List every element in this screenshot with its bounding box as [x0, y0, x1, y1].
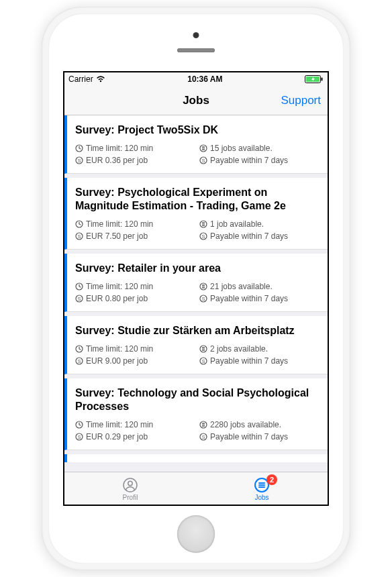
job-title: Survey: Retailer in your area	[75, 262, 320, 275]
hash-icon	[199, 345, 207, 353]
tab-bar: Profil 2 Jobs	[64, 472, 328, 505]
svg-point-16	[200, 283, 207, 290]
jobs-available: 15 jobs available.	[199, 144, 320, 153]
currency-icon: S	[199, 156, 207, 164]
tab-label: Jobs	[254, 494, 268, 501]
time-limit: Time limit: 120 min	[75, 420, 195, 429]
battery-icon	[305, 75, 324, 83]
job-meta-grid: Time limit: 120 min 2 jobs available. SE…	[75, 344, 320, 366]
wifi-icon	[96, 76, 105, 83]
status-bar: Carrier 10:36 AM	[64, 72, 328, 86]
clock-icon	[75, 220, 83, 228]
job-title: Survey: Psychological Experiment on Magn…	[75, 186, 320, 213]
currency-icon: S	[75, 295, 83, 303]
clock-icon	[75, 282, 83, 291]
job-card-partial[interactable]	[64, 454, 328, 462]
navigation-bar: Jobs Support	[64, 86, 328, 115]
jobs-available: 21 jobs available.	[199, 282, 320, 291]
hash-icon	[199, 282, 207, 291]
svg-text:S: S	[202, 297, 205, 301]
svg-text:S: S	[202, 234, 205, 239]
svg-text:S: S	[202, 435, 205, 439]
svg-point-34	[128, 481, 132, 485]
pay-per-job: SEUR 0.29 per job	[75, 432, 195, 441]
tab-jobs[interactable]: 2 Jobs	[196, 472, 328, 505]
tab-badge: 2	[266, 474, 277, 485]
phone-speaker	[177, 48, 215, 52]
currency-icon: S	[199, 232, 207, 240]
pay-per-job: SEUR 7.50 per job	[75, 231, 195, 241]
payable-within: SPayable within 7 days	[199, 231, 320, 241]
currency-icon: S	[75, 433, 83, 441]
job-meta-grid: Time limit: 120 min 15 jobs available. S…	[75, 144, 320, 165]
currency-icon: S	[75, 357, 83, 365]
status-bar-left: Carrier	[68, 74, 105, 84]
clock-icon	[75, 421, 83, 429]
phone-screen: Carrier 10:36 AM	[63, 71, 329, 506]
svg-rect-2	[321, 78, 322, 81]
job-title: Survey: Project Two5Six DK	[75, 123, 320, 137]
status-bar-right	[305, 75, 324, 83]
currency-icon: S	[199, 357, 207, 365]
svg-text:S: S	[78, 234, 81, 239]
time-limit: Time limit: 120 min	[75, 344, 195, 354]
job-card[interactable]: Survey: Psychological Experiment on Magn…	[64, 178, 328, 250]
tab-profile[interactable]: Profil	[64, 472, 196, 505]
hash-icon	[199, 220, 207, 228]
payable-within: SPayable within 7 days	[199, 432, 320, 441]
svg-text:S: S	[202, 158, 205, 163]
svg-point-10	[200, 221, 207, 227]
svg-point-22	[200, 346, 207, 352]
profile-icon	[121, 476, 139, 494]
page-title: Jobs	[183, 94, 209, 107]
svg-text:S: S	[78, 158, 81, 163]
pay-per-job: SEUR 0.36 per job	[75, 156, 195, 165]
phone-camera-dot	[193, 32, 199, 38]
jobs-available: 2280 jobs available.	[199, 420, 320, 429]
status-bar-time: 10:36 AM	[187, 74, 222, 84]
job-meta-grid: Time limit: 120 min 1 job available. SEU…	[75, 219, 320, 241]
job-card[interactable]: Survey: Studie zur Stärken am Arbeitspla…	[64, 316, 328, 374]
svg-text:S: S	[202, 359, 205, 364]
svg-text:S: S	[78, 359, 81, 364]
jobs-available: 2 jobs available.	[199, 344, 320, 354]
job-card[interactable]: Survey: Retailer in your area Time limit…	[64, 254, 328, 312]
currency-icon: S	[199, 433, 207, 441]
hash-icon	[199, 144, 207, 152]
tab-label: Profil	[123, 494, 138, 501]
svg-text:S: S	[78, 297, 81, 301]
phone-device-inner: Carrier 10:36 AM	[48, 13, 344, 564]
phone-device-frame: Carrier 10:36 AM	[42, 7, 350, 570]
time-limit: Time limit: 120 min	[75, 219, 195, 229]
time-limit: Time limit: 120 min	[75, 282, 195, 291]
clock-icon	[75, 345, 83, 353]
time-limit: Time limit: 120 min	[75, 144, 195, 153]
currency-icon: S	[199, 295, 207, 303]
carrier-label: Carrier	[68, 74, 93, 84]
currency-icon: S	[75, 232, 83, 240]
support-button[interactable]: Support	[281, 94, 321, 107]
payable-within: SPayable within 7 days	[199, 356, 320, 366]
svg-point-4	[200, 145, 207, 152]
jobs-list[interactable]: Survey: Project Two5Six DK Time limit: 1…	[64, 115, 328, 472]
currency-icon: S	[75, 156, 83, 164]
pay-per-job: SEUR 0.80 per job	[75, 294, 195, 303]
job-meta-grid: Time limit: 120 min 2280 jobs available.…	[75, 420, 320, 441]
job-card[interactable]: Survey: Technology and Social Psychologi…	[64, 378, 328, 450]
svg-point-28	[200, 421, 207, 428]
pay-per-job: SEUR 9.00 per job	[75, 356, 195, 366]
hash-icon	[199, 421, 207, 429]
clock-icon	[75, 144, 83, 152]
payable-within: SPayable within 7 days	[199, 294, 320, 303]
job-card[interactable]: Survey: Project Two5Six DK Time limit: 1…	[64, 115, 328, 174]
jobs-available: 1 job available.	[199, 219, 320, 229]
job-meta-grid: Time limit: 120 min 21 jobs available. S…	[75, 282, 320, 303]
svg-text:S: S	[78, 435, 81, 439]
payable-within: SPayable within 7 days	[199, 156, 320, 165]
job-title: Survey: Studie zur Stärken am Arbeitspla…	[75, 324, 320, 337]
home-button[interactable]	[177, 515, 215, 553]
job-title: Survey: Technology and Social Psychologi…	[75, 386, 320, 413]
